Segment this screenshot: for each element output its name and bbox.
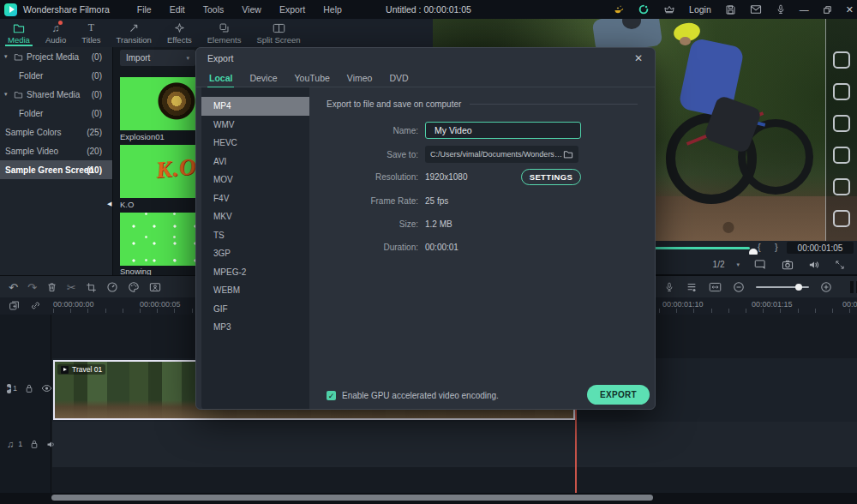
speed-gauge-icon[interactable] [106,281,118,293]
sidebar-item-sample-green-screen[interactable]: Sample Green Screen (10) [0,160,112,179]
record-mic-icon[interactable] [776,3,786,15]
display-device-icon[interactable] [754,259,767,270]
zoom-out-icon[interactable] [733,281,745,293]
ruler-label: 00:00:00:05 [140,300,181,309]
redo-icon[interactable]: ↷ [27,281,37,294]
support-headset-icon[interactable] [638,3,650,15]
caret-down-icon[interactable]: ▾ [4,91,8,98]
tab-titles[interactable]: T Titles [74,19,108,47]
color-palette-icon[interactable] [128,281,140,293]
speaker-icon[interactable] [46,440,57,449]
fit-timeline-icon[interactable] [709,282,722,292]
format-list: MP4 WMV HEVC AVI MOV F4V MKV TS 3GP MPEG… [201,87,309,410]
crop-icon[interactable] [86,282,97,293]
menu-bar: File Edit Tools View Export Help [137,4,342,15]
upgrade-crown-icon[interactable] [663,4,675,15]
name-input[interactable] [425,122,581,139]
sidebar-item-project-media[interactable]: ▾ Project Media (0) [0,47,112,66]
format-item-mov[interactable]: MOV [201,171,309,189]
render-preview-icon[interactable] [850,281,857,293]
dialog-close-icon[interactable]: ✕ [634,52,643,64]
browse-folder-icon[interactable] [563,150,573,159]
settings-button[interactable]: SETTINGS [521,169,581,185]
tab-elements[interactable]: Elements [200,19,249,47]
format-item-mkv[interactable]: MKV [201,207,309,226]
format-item-3gp[interactable]: 3GP [201,244,309,263]
tab-transition[interactable]: Transition [109,19,159,47]
mark-in-icon[interactable]: { [758,242,761,252]
format-item-avi[interactable]: AVI [201,153,309,171]
format-item-wmv[interactable]: WMV [201,116,309,135]
format-item-mpeg2[interactable]: MPEG-2 [201,263,309,282]
dialog-tab-youtube[interactable]: YouTube [293,69,332,87]
frame-rate-value: 25 fps [425,196,448,206]
minimize-button[interactable]: — [800,5,809,15]
tab-audio[interactable]: ♫ Audio [38,19,74,47]
menu-edit[interactable]: Edit [170,4,185,15]
lock-icon[interactable] [25,383,33,393]
sidebar-item-sample-video[interactable]: Sample Video (20) [0,141,112,160]
wish-lamp-icon[interactable] [612,3,624,15]
duration-label: Duration: [325,243,418,252]
zoom-in-icon[interactable] [820,281,832,293]
sidebar-item-folder-2[interactable]: Folder (0) [0,104,112,123]
menu-view[interactable]: View [242,4,261,15]
sidebar-item-sample-colors[interactable]: Sample Colors (25) [0,123,112,141]
voiceover-mic-icon[interactable] [664,281,674,293]
ko-overlay-text: K.O [155,153,198,184]
dialog-tab-vimeo[interactable]: Vimeo [345,69,375,87]
menu-file[interactable]: File [137,4,152,15]
menu-help[interactable]: Help [323,4,342,15]
size-value: 1.2 MB [425,219,452,229]
save-icon[interactable] [725,4,736,15]
eye-icon[interactable] [41,384,52,393]
audio-track-lane[interactable] [52,422,857,467]
gpu-checkbox[interactable]: ✓ [327,391,336,400]
volume-icon[interactable] [808,260,820,270]
dialog-tab-local[interactable]: Local [207,69,234,87]
mark-out-icon[interactable]: } [775,242,778,252]
tab-media[interactable]: Media [0,19,38,47]
save-path-field[interactable]: C:/Users/vimal/Documents/Wondershare/\ [425,146,578,163]
music-note-icon: ♫ [52,22,60,34]
split-scissors-icon[interactable]: ✂ [67,281,76,294]
link-icon[interactable] [30,300,41,311]
zoom-slider-handle[interactable] [795,284,802,291]
format-item-hevc[interactable]: HEVC [201,134,309,153]
dialog-tab-dvd[interactable]: DVD [387,69,410,87]
panel-collapse-icon[interactable]: ◀ [107,201,111,207]
snapshot-camera-icon[interactable] [782,260,794,270]
horizontal-scrollbar[interactable] [51,495,653,501]
format-item-mp4[interactable]: MP4 [201,97,309,116]
format-item-gif[interactable]: GIF [201,300,309,319]
add-marker-icon[interactable] [9,300,20,311]
playback-quality-dropdown[interactable]: 1/2 ▾ [713,260,740,269]
tab-split-screen[interactable]: Split Screen [249,19,308,47]
close-button[interactable]: ✕ [846,5,854,15]
fullscreen-icon[interactable] [835,260,845,270]
delete-trash-icon[interactable] [46,281,57,293]
audio-mixer-icon[interactable] [686,282,698,293]
motion-tracking-icon[interactable] [149,282,161,293]
format-item-mp3[interactable]: MP3 [201,318,309,337]
dialog-tab-device[interactable]: Device [248,69,279,87]
format-item-f4v[interactable]: F4V [201,189,309,208]
caret-down-icon[interactable]: ▾ [4,53,8,60]
login-button[interactable]: Login [689,4,711,15]
import-dropdown[interactable]: Import ▾ [120,50,195,66]
sidebar-item-folder[interactable]: Folder (0) [0,66,112,85]
tab-effects[interactable]: Effects [159,19,200,47]
maximize-button[interactable] [823,5,832,15]
video-track-number: 1 [13,384,17,393]
lock-icon[interactable] [30,439,39,449]
menu-tools[interactable]: Tools [203,4,225,15]
undo-icon[interactable]: ↶ [9,281,18,294]
name-label: Name: [325,126,418,135]
format-item-ts[interactable]: TS [201,226,309,245]
format-item-webm[interactable]: WEBM [201,281,309,300]
menu-export[interactable]: Export [279,4,305,15]
mail-icon[interactable] [750,4,762,15]
timeline-zoom-slider[interactable] [756,286,809,288]
dialog-export-button[interactable]: EXPORT [587,385,650,405]
sidebar-item-shared-media[interactable]: ▾ Shared Media (0) [0,85,112,104]
